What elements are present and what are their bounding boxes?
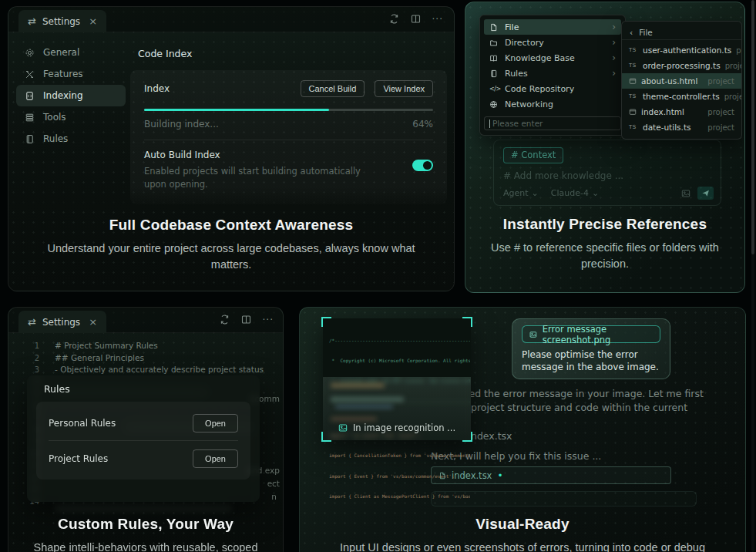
file-row[interactable]: TS date-utils.ts project <box>622 119 741 135</box>
feature-title: Full Codebase Context Awareness <box>8 217 454 234</box>
personal-rules-row: Personal Rules Open <box>49 406 238 440</box>
blurred-code <box>331 397 404 402</box>
file-row[interactable]: TS order-processing.ts project <box>622 58 741 73</box>
cancel-build-button[interactable]: Cancel Build <box>301 80 365 97</box>
menu-item-knowledge-base[interactable]: Knowledge Base › <box>484 50 621 66</box>
menu-item-code-repository[interactable]: </> Code Repository <box>484 81 621 96</box>
screenshot-thumbnail[interactable]: /*--------------------------------------… <box>323 318 471 440</box>
code-line: * Copyright (c) Microsoft Corporation. A… <box>329 358 470 365</box>
auto-build-toggle[interactable] <box>412 160 433 171</box>
file-meta: project <box>724 93 741 101</box>
swap-arrows-icon: ⇄ <box>28 317 36 327</box>
rules-code: # Project Summary Rules## General Princi… <box>55 340 264 376</box>
view-index-button[interactable]: View Index <box>375 80 433 97</box>
selection-corner-icon <box>321 317 331 327</box>
blurred-code <box>335 405 393 409</box>
file-row[interactable]: TS user-authentication.ts project <box>622 42 741 58</box>
scrollbar-thumb[interactable] <box>751 0 754 254</box>
index-progress-bar <box>144 109 433 111</box>
project-rules-row: Project Rules Open <box>49 441 238 476</box>
card-visual-ready: ected the error message in your image. L… <box>299 307 746 552</box>
send-icon <box>701 189 710 197</box>
sidebar-label: Rules <box>43 133 68 144</box>
html-file-icon <box>629 108 637 116</box>
tab-settings[interactable]: ⇄ Settings × <box>18 10 106 32</box>
progress-percent: 64% <box>412 119 433 130</box>
sync-icon[interactable] <box>389 14 399 24</box>
sidebar-label: Indexing <box>43 90 83 101</box>
close-icon[interactable]: × <box>89 15 97 27</box>
file-code-icon <box>25 91 35 101</box>
selection-corner-icon <box>462 317 472 327</box>
chevron-right-icon: › <box>612 22 616 32</box>
menu-label: Knowledge Base <box>505 53 575 63</box>
file-meta: project <box>707 108 734 116</box>
image-icon <box>529 330 537 339</box>
page-scrollbar[interactable] <box>751 0 754 552</box>
image-icon <box>338 423 348 433</box>
index-label: Index <box>144 83 170 94</box>
sidebar-item-rules[interactable]: Rules <box>16 128 126 150</box>
open-project-rules-button[interactable]: Open <box>193 449 238 468</box>
close-icon[interactable]: × <box>89 316 97 328</box>
open-book-icon <box>489 54 498 62</box>
tab-label: Settings <box>42 317 80 328</box>
blurred-code <box>331 383 385 388</box>
code-line: import { Client as MessagePortClient } f… <box>329 493 470 500</box>
tab-settings[interactable]: ⇄ Settings × <box>18 311 106 333</box>
split-editor-icon[interactable] <box>241 315 251 325</box>
unsaved-dot-icon: • <box>497 470 502 481</box>
sidebar-item-indexing[interactable]: Indexing <box>16 85 126 106</box>
file-row-selected[interactable]: about-us.html project <box>622 73 741 89</box>
status-text: In image recognition ... <box>353 422 455 433</box>
agent-dropdown[interactable]: Agent ⌄ <box>503 188 539 198</box>
chevron-right-icon: › <box>612 38 616 47</box>
menu-label: Networking <box>505 99 553 109</box>
context-menu: File › Directory › Knowledge Base › Rule… <box>479 15 626 136</box>
auto-build-title: Auto Build Index <box>144 150 379 160</box>
blurred-region: In image recognition ... <box>323 377 471 440</box>
auto-build-description: Enabled projects will start building aut… <box>144 165 379 190</box>
assistant-file-reference: ndex.tsx <box>471 430 512 442</box>
image-icon[interactable] <box>681 189 690 198</box>
blurred-code <box>331 417 377 421</box>
more-actions-icon[interactable]: ··· <box>432 15 443 24</box>
personal-rules-label: Personal Rules <box>49 418 116 429</box>
card-codebase-context: ⇄ Settings × ··· General Features Indexi… <box>8 6 455 291</box>
assistant-text: ected the error message in your image. L… <box>454 388 704 399</box>
stack-icon <box>25 113 35 123</box>
tab-label: Settings <box>42 16 80 27</box>
sidebar-item-general[interactable]: General <box>16 42 126 63</box>
sidebar-item-features[interactable]: Features <box>16 63 126 85</box>
agent-label: Agent <box>503 188 529 198</box>
send-button[interactable] <box>697 187 714 200</box>
menu-search-input[interactable]: Please enter <box>484 116 621 130</box>
menu-item-directory[interactable]: Directory › <box>484 35 621 50</box>
sync-icon[interactable] <box>220 315 230 325</box>
file-row[interactable]: TS theme-controller.ts project <box>622 89 741 104</box>
file-meta: project <box>707 77 734 86</box>
menu-item-networking[interactable]: Networking <box>484 96 621 112</box>
split-editor-icon[interactable] <box>411 14 421 24</box>
file-name: date-utils.ts <box>643 123 690 132</box>
model-dropdown[interactable]: Claude-4 ⌄ <box>551 188 599 198</box>
more-actions-icon[interactable]: ··· <box>263 315 274 325</box>
progress-status: Building index... <box>144 119 219 130</box>
feature-description: Shape intelli-behaviors with reusable, s… <box>15 540 277 552</box>
chat-composer: # Context # Add more knowledge ... Agent… <box>493 140 721 206</box>
submenu-header[interactable]: ‹ File <box>622 25 741 40</box>
context-chip[interactable]: # Context <box>503 147 563 163</box>
attachment-name: Error message screenshot.png <box>543 324 653 345</box>
menu-item-file[interactable]: File › <box>484 19 621 35</box>
attachment-chip[interactable]: Error message screenshot.png <box>522 325 660 343</box>
menu-item-rules[interactable]: Rules › <box>484 66 621 81</box>
file-name: user-authentication.ts <box>643 45 731 55</box>
user-message-bubble: Error message screenshot.png Please opti… <box>512 318 670 379</box>
gear-icon <box>25 48 35 58</box>
open-personal-rules-button[interactable]: Open <box>193 414 238 433</box>
composer-input[interactable]: # Add more knowledge ... <box>503 170 711 181</box>
sidebar-item-tools[interactable]: Tools <box>16 106 126 128</box>
swap-arrows-icon: ⇄ <box>28 16 36 26</box>
file-row[interactable]: index.html project <box>622 104 741 119</box>
editor-tab-bar: ⇄ Settings × ··· <box>8 308 283 333</box>
